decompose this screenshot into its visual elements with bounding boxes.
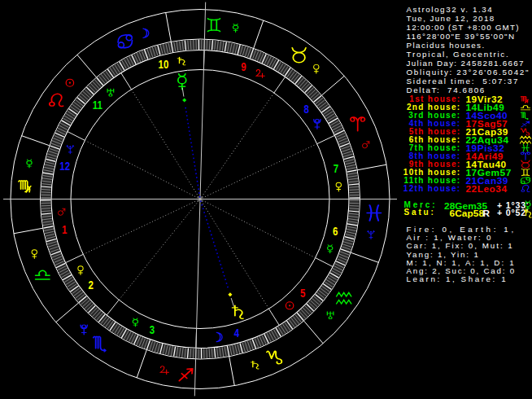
svg-text:Astrolog32 v. 1.34: Astrolog32 v. 1.34 (407, 5, 494, 14)
svg-text:9: 9 (241, 60, 246, 73)
svg-text:12th house:: 12th house: (403, 184, 461, 193)
svg-text:12:00:00 (ST +8:00 GMT): 12:00:00 (ST +8:00 GMT) (407, 23, 520, 32)
svg-text:Obliquity: 23°26'06.5042": Obliquity: 23°26'06.5042" (407, 68, 530, 77)
svg-text:Julian Day: 2458281.6667: Julian Day: 2458281.6667 (407, 59, 525, 68)
svg-text:Tue, June 12, 2018: Tue, June 12, 2018 (407, 14, 495, 23)
svg-text:+ 0°52': + 0°52' (497, 208, 529, 217)
svg-text:Learn: 1, Share: 1: Learn: 1, Share: 1 (407, 274, 508, 283)
svg-text:3: 3 (150, 323, 155, 336)
svg-text:8: 8 (303, 103, 308, 116)
svg-text:11: 11 (93, 99, 102, 112)
svg-text:6Cap58: 6Cap58 (450, 208, 485, 219)
svg-text:10: 10 (159, 58, 169, 71)
svg-text:Tropical, Geocentric.: Tropical, Geocentric. (407, 50, 510, 59)
svg-text:6: 6 (333, 225, 338, 238)
svg-text:5: 5 (300, 287, 305, 300)
svg-text:4: 4 (234, 327, 240, 340)
svg-text:R: R (483, 208, 491, 219)
svg-text:Placidus houses.: Placidus houses. (407, 41, 486, 50)
svg-text:Satu:: Satu: (404, 208, 436, 217)
svg-text:Sidereal time: 5:07:37: Sidereal time: 5:07:37 (407, 77, 520, 86)
svg-text:116°28'00"E 39°55'00"N: 116°28'00"E 39°55'00"N (407, 32, 516, 41)
svg-text:2: 2 (88, 278, 93, 292)
svg-text:22Leo34: 22Leo34 (466, 183, 508, 195)
svg-text:7: 7 (334, 162, 338, 175)
svg-text:1: 1 (62, 223, 67, 236)
svg-text:12: 12 (59, 160, 70, 173)
